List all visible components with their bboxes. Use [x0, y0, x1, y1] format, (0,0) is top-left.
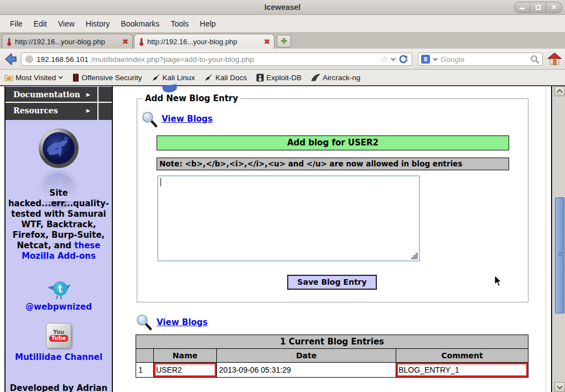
blog-entries-table: 1 Current Blog Entries Name Date Comment… — [136, 334, 528, 378]
new-tab-button[interactable]: ✚ — [277, 35, 291, 48]
row-name-highlighted: USER2 — [153, 363, 216, 378]
bookmarks-toolbar: Most Visited Offensive Security Kali Lin… — [0, 70, 565, 86]
sidebar-menu: Documentation ▶ Resources ▶ — [6, 87, 112, 120]
exploit-db-icon — [256, 74, 264, 82]
tab-2[interactable]: http://192.16...your-blog.php ✖ — [134, 34, 274, 49]
cutoff-icon — [162, 84, 178, 93]
menu-history[interactable]: History — [80, 15, 116, 32]
menu-tools[interactable]: Tools — [165, 15, 194, 32]
menu-edit[interactable]: Edit — [28, 15, 53, 32]
tab-bar: http://192.16...your-blog.php ✖ http://1… — [0, 32, 565, 49]
back-button[interactable] — [3, 51, 18, 67]
reload-icon[interactable] — [398, 54, 408, 64]
content-edge-line — [546, 86, 546, 392]
search-icon[interactable] — [530, 55, 540, 64]
home-icon[interactable] — [547, 52, 562, 66]
table-row: 1 USER2 2013-09-06 05:31:29 BLOG_ENTRY_1 — [136, 363, 528, 378]
sidebar: Documentation ▶ Resources ▶ — [4, 86, 113, 392]
tab-1[interactable]: http://192.16...your-blog.php ✖ — [2, 34, 133, 49]
search-input[interactable]: Google — [440, 55, 465, 64]
url-bar[interactable]: 192.168.56.101/mutillidae/index.php?page… — [21, 53, 412, 66]
google-engine-icon[interactable]: 8 — [421, 55, 430, 64]
close-icon: ✕ — [551, 3, 557, 11]
bookmark-exploit-db[interactable]: Exploit-DB — [256, 74, 302, 82]
menu-divider — [97, 87, 99, 120]
globe-icon — [25, 55, 34, 64]
aircrack-wing-icon — [311, 74, 320, 81]
window-controls: ✕ — [514, 2, 562, 13]
bookmark-offensive-security[interactable]: Offensive Security — [72, 74, 142, 82]
text-caret — [160, 178, 161, 186]
bookmark-star-icon[interactable]: ☆ — [381, 54, 388, 64]
header-blank — [136, 349, 154, 363]
close-button[interactable]: ✕ — [546, 2, 562, 13]
sidebar-item-resources[interactable]: Resources ▶ — [6, 103, 112, 119]
browser-window: Iceweasel ✕ File Edit View History Bookm… — [0, 0, 565, 392]
row-comment-highlighted: BLOG_ENTRY_1 — [396, 363, 528, 378]
blog-note: Note: <b>,</b>,<i>,</i>,<u> and </u> are… — [157, 158, 509, 170]
plus-icon: ✚ — [281, 36, 287, 45]
page-content: Documentation ▶ Resources ▶ — [0, 86, 565, 392]
twitter-handle-link[interactable]: @webpwnized — [6, 302, 112, 312]
menu-view[interactable]: View — [53, 15, 80, 32]
magnifier-icon — [142, 111, 158, 128]
minimize-button[interactable] — [514, 2, 530, 13]
row-date: 2013-09-06 05:31:29 — [216, 363, 396, 378]
engine-dropdown-icon[interactable] — [433, 58, 438, 61]
menu-help[interactable]: Help — [194, 15, 221, 32]
owasp-logo[interactable] — [38, 127, 80, 169]
mouse-cursor — [494, 275, 503, 287]
svg-text:t: t — [58, 283, 63, 295]
window-title: Iceweasel — [0, 0, 565, 14]
tab-title: http://192.16...your-blog.php — [15, 38, 120, 46]
maximize-button[interactable] — [530, 2, 546, 13]
row-index: 1 — [136, 363, 154, 378]
sidebar-tagline: Site hacked...err...quality-tested with … — [8, 188, 110, 262]
menu-bar: File Edit View History Bookmarks Tools H… — [0, 15, 565, 32]
menu-file[interactable]: File — [4, 15, 28, 32]
scrollbar-thumb[interactable] — [555, 197, 564, 313]
page-border-line — [551, 86, 552, 392]
bookmark-aircrack-ng[interactable]: Aircrack-ng — [311, 74, 360, 82]
chevron-down-icon — [58, 76, 63, 79]
magnifier-icon — [136, 314, 153, 331]
blog-entry-textarea[interactable] — [157, 175, 420, 262]
fieldset-legend: Add New Blog Entry — [143, 93, 240, 103]
tab-close-icon[interactable]: ✖ — [264, 38, 270, 46]
header-comment: Comment — [396, 349, 528, 363]
developed-by-text: Developed by Adrian — [6, 383, 112, 392]
header-date: Date — [216, 349, 396, 363]
vertical-scrollbar[interactable] — [553, 86, 565, 392]
header-name: Name — [153, 349, 216, 363]
view-blogs-link-top[interactable]: View Blogs — [162, 114, 212, 124]
url-dropdown-icon[interactable] — [391, 58, 396, 61]
table-title: 1 Current Blog Entries — [136, 335, 528, 349]
youtube-icon[interactable]: You Tube — [46, 323, 71, 348]
table-header-row: Name Date Comment — [136, 349, 528, 363]
maximize-icon — [536, 5, 541, 10]
tab-close-icon[interactable]: ✖ — [122, 38, 128, 46]
offensive-security-icon — [72, 74, 79, 82]
thermometer-favicon — [6, 38, 12, 46]
url-path: /mutillidae/index.php?page=add-to-your-b… — [91, 55, 254, 64]
menu-bookmarks[interactable]: Bookmarks — [115, 15, 165, 32]
kali-dagger-icon — [152, 74, 160, 81]
youtube-channel-link[interactable]: Mutillidae Channel — [6, 352, 112, 363]
scroll-down-button[interactable] — [554, 382, 565, 392]
title-bar: Iceweasel ✕ — [0, 0, 565, 15]
scroll-up-button[interactable] — [554, 86, 565, 96]
bookmark-most-visited[interactable]: Most Visited — [4, 74, 63, 82]
resize-grip[interactable] — [413, 255, 416, 257]
search-bar[interactable]: 8 Google — [418, 53, 543, 66]
thermometer-favicon — [138, 38, 144, 46]
submenu-arrow-icon: ▶ — [86, 87, 90, 103]
navigation-toolbar: 192.168.56.101/mutillidae/index.php?page… — [0, 49, 565, 70]
minimize-icon — [520, 8, 525, 9]
url-host: 192.168.56.101 — [37, 55, 89, 64]
bookmark-kali-docs[interactable]: Kali Docs — [204, 74, 247, 82]
sidebar-item-documentation[interactable]: Documentation ▶ — [6, 87, 112, 103]
view-blogs-link-bottom[interactable]: View Blogs — [157, 317, 208, 327]
save-blog-entry-button[interactable]: Save Blog Entry — [287, 275, 377, 290]
twitter-icon[interactable]: t — [6, 279, 112, 303]
bookmark-kali-linux[interactable]: Kali Linux — [152, 74, 195, 82]
